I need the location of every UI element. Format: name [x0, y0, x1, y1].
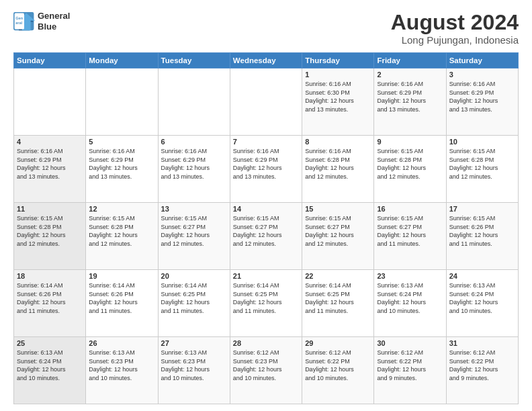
title-block: August 2024 Long Pujungan, Indonesia: [391, 11, 519, 46]
calendar-cell: 10Sunrise: 6:15 AM Sunset: 6:28 PM Dayli…: [446, 136, 518, 203]
sub-title: Long Pujungan, Indonesia: [391, 34, 519, 46]
day-number: 30: [377, 339, 443, 347]
col-tuesday: Tuesday: [158, 53, 230, 68]
day-number: 27: [161, 339, 227, 347]
calendar-cell: 16Sunrise: 6:15 AM Sunset: 6:27 PM Dayli…: [374, 203, 446, 270]
calendar-cell: 7Sunrise: 6:16 AM Sunset: 6:29 PM Daylig…: [230, 136, 302, 203]
calendar-cell: 17Sunrise: 6:15 AM Sunset: 6:26 PM Dayli…: [446, 203, 518, 270]
day-number: 7: [233, 138, 299, 146]
main-title: August 2024: [391, 11, 519, 34]
day-number: 4: [17, 138, 83, 146]
day-number: 12: [89, 205, 154, 213]
day-info: Sunrise: 6:13 AM Sunset: 6:24 PM Dayligh…: [17, 349, 83, 382]
day-info: Sunrise: 6:14 AM Sunset: 6:26 PM Dayligh…: [17, 281, 83, 315]
day-number: 20: [161, 272, 227, 280]
day-info: Sunrise: 6:16 AM Sunset: 6:29 PM Dayligh…: [17, 147, 83, 181]
calendar-cell: 21Sunrise: 6:14 AM Sunset: 6:25 PM Dayli…: [230, 270, 302, 337]
day-number: 8: [305, 138, 371, 146]
day-info: Sunrise: 6:15 AM Sunset: 6:27 PM Dayligh…: [305, 214, 371, 248]
calendar-header: Sunday Monday Tuesday Wednesday Thursday…: [14, 53, 519, 68]
col-saturday: Saturday: [446, 53, 518, 68]
calendar-cell: 30Sunrise: 6:12 AM Sunset: 6:22 PM Dayli…: [374, 337, 446, 404]
day-number: 26: [89, 339, 154, 347]
svg-text:Gen: Gen: [15, 16, 23, 20]
week-row-2: 4Sunrise: 6:16 AM Sunset: 6:29 PM Daylig…: [14, 136, 519, 203]
day-info: Sunrise: 6:15 AM Sunset: 6:26 PM Dayligh…: [449, 214, 515, 248]
day-info: Sunrise: 6:14 AM Sunset: 6:25 PM Dayligh…: [305, 281, 371, 315]
day-number: 28: [233, 339, 299, 347]
day-info: Sunrise: 6:16 AM Sunset: 6:29 PM Dayligh…: [233, 147, 299, 181]
calendar-cell: 4Sunrise: 6:16 AM Sunset: 6:29 PM Daylig…: [14, 136, 86, 203]
day-info: Sunrise: 6:16 AM Sunset: 6:29 PM Dayligh…: [89, 147, 154, 181]
day-info: Sunrise: 6:15 AM Sunset: 6:28 PM Dayligh…: [449, 147, 515, 181]
calendar-cell: 15Sunrise: 6:15 AM Sunset: 6:27 PM Dayli…: [302, 203, 374, 270]
calendar-cell: 1Sunrise: 6:16 AM Sunset: 6:30 PM Daylig…: [302, 68, 374, 136]
day-info: Sunrise: 6:16 AM Sunset: 6:28 PM Dayligh…: [305, 147, 371, 181]
day-info: Sunrise: 6:14 AM Sunset: 6:25 PM Dayligh…: [233, 281, 299, 315]
calendar-cell: 31Sunrise: 6:12 AM Sunset: 6:22 PM Dayli…: [446, 337, 518, 404]
day-number: 11: [17, 205, 83, 213]
day-number: 23: [377, 272, 443, 280]
calendar-cell: 26Sunrise: 6:13 AM Sunset: 6:23 PM Dayli…: [86, 337, 158, 404]
day-info: Sunrise: 6:16 AM Sunset: 6:29 PM Dayligh…: [161, 147, 227, 181]
calendar-table: Sunday Monday Tuesday Wednesday Thursday…: [13, 52, 519, 404]
col-sunday: Sunday: [14, 53, 86, 68]
page: Gen eral General Blue August 2024 Long P…: [0, 0, 532, 411]
logo-line1: General: [38, 11, 70, 21]
day-info: Sunrise: 6:13 AM Sunset: 6:24 PM Dayligh…: [377, 281, 443, 315]
day-number: 10: [449, 138, 515, 146]
day-info: Sunrise: 6:13 AM Sunset: 6:23 PM Dayligh…: [89, 349, 154, 382]
day-number: 31: [449, 339, 515, 347]
col-monday: Monday: [86, 53, 158, 68]
week-row-4: 18Sunrise: 6:14 AM Sunset: 6:26 PM Dayli…: [14, 270, 519, 337]
calendar-cell: 23Sunrise: 6:13 AM Sunset: 6:24 PM Dayli…: [374, 270, 446, 337]
day-number: 16: [377, 205, 443, 213]
logo-line2: Blue: [38, 21, 70, 32]
day-info: Sunrise: 6:15 AM Sunset: 6:28 PM Dayligh…: [17, 214, 83, 248]
col-wednesday: Wednesday: [230, 53, 302, 68]
day-number: 19: [89, 272, 154, 280]
calendar-cell: 6Sunrise: 6:16 AM Sunset: 6:29 PM Daylig…: [158, 136, 230, 203]
day-info: Sunrise: 6:16 AM Sunset: 6:30 PM Dayligh…: [305, 80, 371, 113]
logo-icon: Gen eral: [13, 12, 35, 31]
day-info: Sunrise: 6:15 AM Sunset: 6:28 PM Dayligh…: [89, 214, 154, 248]
day-info: Sunrise: 6:12 AM Sunset: 6:22 PM Dayligh…: [377, 349, 443, 382]
calendar-cell: 13Sunrise: 6:15 AM Sunset: 6:27 PM Dayli…: [158, 203, 230, 270]
day-info: Sunrise: 6:13 AM Sunset: 6:23 PM Dayligh…: [161, 349, 227, 382]
col-friday: Friday: [374, 53, 446, 68]
day-number: 1: [305, 71, 371, 79]
day-number: 29: [305, 339, 371, 347]
calendar-cell: 5Sunrise: 6:16 AM Sunset: 6:29 PM Daylig…: [86, 136, 158, 203]
svg-text:eral: eral: [15, 21, 22, 25]
calendar-cell: 27Sunrise: 6:13 AM Sunset: 6:23 PM Dayli…: [158, 337, 230, 404]
day-info: Sunrise: 6:12 AM Sunset: 6:22 PM Dayligh…: [305, 349, 371, 382]
day-number: 24: [449, 272, 515, 280]
day-info: Sunrise: 6:15 AM Sunset: 6:28 PM Dayligh…: [377, 147, 443, 181]
day-info: Sunrise: 6:16 AM Sunset: 6:29 PM Dayligh…: [377, 80, 443, 113]
calendar-cell: 12Sunrise: 6:15 AM Sunset: 6:28 PM Dayli…: [86, 203, 158, 270]
day-number: 25: [17, 339, 83, 347]
week-row-5: 25Sunrise: 6:13 AM Sunset: 6:24 PM Dayli…: [14, 337, 519, 404]
day-number: 21: [233, 272, 299, 280]
day-info: Sunrise: 6:15 AM Sunset: 6:27 PM Dayligh…: [377, 214, 443, 248]
day-info: Sunrise: 6:13 AM Sunset: 6:24 PM Dayligh…: [449, 281, 515, 315]
day-info: Sunrise: 6:14 AM Sunset: 6:25 PM Dayligh…: [161, 281, 227, 315]
day-info: Sunrise: 6:16 AM Sunset: 6:29 PM Dayligh…: [449, 80, 515, 113]
day-number: 6: [161, 138, 227, 146]
week-row-3: 11Sunrise: 6:15 AM Sunset: 6:28 PM Dayli…: [14, 203, 519, 270]
calendar-cell: 8Sunrise: 6:16 AM Sunset: 6:28 PM Daylig…: [302, 136, 374, 203]
calendar-cell: [86, 68, 158, 136]
day-info: Sunrise: 6:12 AM Sunset: 6:23 PM Dayligh…: [233, 349, 299, 382]
calendar-cell: 9Sunrise: 6:15 AM Sunset: 6:28 PM Daylig…: [374, 136, 446, 203]
logo-text: General Blue: [38, 11, 70, 32]
day-number: 18: [17, 272, 83, 280]
day-info: Sunrise: 6:12 AM Sunset: 6:22 PM Dayligh…: [449, 349, 515, 382]
day-number: 3: [449, 71, 515, 79]
day-number: 5: [89, 138, 154, 146]
calendar-cell: [14, 68, 86, 136]
day-number: 2: [377, 71, 443, 79]
day-info: Sunrise: 6:14 AM Sunset: 6:26 PM Dayligh…: [89, 281, 154, 315]
calendar-cell: 19Sunrise: 6:14 AM Sunset: 6:26 PM Dayli…: [86, 270, 158, 337]
calendar-cell: 24Sunrise: 6:13 AM Sunset: 6:24 PM Dayli…: [446, 270, 518, 337]
day-number: 22: [305, 272, 371, 280]
